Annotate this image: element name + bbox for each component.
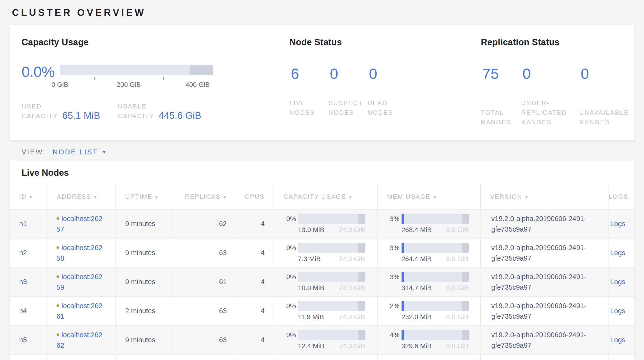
logs-cell: Logs — [608, 267, 634, 296]
memory-used: 268.4 MiB — [402, 226, 432, 234]
column-header-id[interactable]: ID▼ — [10, 184, 47, 209]
column-label: ADDRESS — [57, 193, 91, 200]
sort-arrow-icon: ▼ — [433, 195, 437, 200]
column-label: REPLICAS — [185, 193, 221, 200]
memory-bar-other-segment — [462, 330, 468, 340]
node-address-link[interactable]: localhost:26262 — [56, 331, 102, 349]
capacity-percent: 0% — [281, 331, 296, 339]
stat-label: UNDER-REPLICATED RANGES — [521, 98, 579, 127]
column-header-capacity-usage[interactable]: CAPACITY USAGE▼ — [274, 184, 377, 209]
capacity-usage-cell: 0% 7.3 MiB 74.3 GiB — [274, 238, 377, 267]
table-row: n1 localhost:26257 9 minutes 62 4 0% 13.… — [10, 209, 634, 238]
node-version: v19.2.0-alpha.20190606-2491-gfe735c9a97 — [480, 325, 608, 354]
node-address-link[interactable]: localhost:26261 — [56, 302, 102, 320]
column-header-logs: LOGS — [608, 184, 634, 209]
column-header-uptime[interactable]: UPTIME▼ — [116, 184, 172, 209]
column-label: CPUS — [245, 193, 264, 200]
capacity-total: 74.3 GiB — [339, 313, 365, 321]
logs-cell: Logs — [608, 238, 634, 267]
node-id: n4 — [10, 296, 47, 325]
node-id: n5 — [10, 325, 47, 354]
stat-value: 445.6 GiB — [158, 110, 201, 121]
node-replicas: 63 — [172, 325, 236, 354]
live-nodes-count: 6 — [290, 65, 328, 90]
memory-bar-fill — [402, 330, 404, 340]
table-row: n3 localhost:26259 9 minutes 61 4 0% 10.… — [10, 267, 634, 296]
node-replicas: 62 — [172, 209, 236, 238]
logs-cell: Logs — [608, 296, 634, 325]
node-address-link[interactable]: localhost:26258 — [56, 244, 102, 262]
logs-link[interactable]: Logs — [610, 336, 625, 344]
memory-mini-bar — [402, 330, 468, 340]
total-ranges-count: 75 — [481, 65, 521, 90]
column-header-mem-usage[interactable]: MEM USAGE▼ — [377, 184, 480, 209]
live-status-dot-icon — [56, 246, 59, 249]
node-uptime: 2 minutes — [116, 296, 172, 325]
stat-label: SUSPECT NODES — [328, 98, 368, 117]
used-capacity-stat: USED CAPACITY 65.1 MiB — [22, 102, 118, 121]
memory-mini-bar — [402, 272, 468, 282]
live-nodes-title: Live Nodes — [10, 160, 634, 184]
view-dropdown[interactable]: NODE LIST ▼ — [53, 148, 106, 156]
memory-bar-other-segment — [462, 272, 468, 282]
node-version: v19.2.0-alpha.20190606-2491-gfe735c9a97 — [480, 296, 608, 325]
memory-percent: 3% — [385, 215, 400, 223]
column-header-version[interactable]: VERSION▼ — [480, 184, 608, 209]
memory-percent: 4% — [385, 331, 400, 339]
node-replicas: 61 — [172, 267, 236, 296]
logs-link[interactable]: Logs — [610, 278, 625, 286]
capacity-mini-bar — [298, 214, 365, 224]
column-header-address[interactable]: ADDRESS▼ — [47, 184, 116, 209]
column-header-replicas[interactable]: REPLICAS▼ — [172, 184, 236, 209]
capacity-mini-bar — [298, 243, 365, 253]
live-status-dot-icon — [56, 333, 59, 336]
mem-usage-cell: 4% 329.6 MiB 8.0 GiB — [377, 325, 480, 354]
stat-label: DEAD NODES — [368, 98, 406, 117]
memory-total: 8.0 GiB — [446, 226, 468, 234]
live-status-dot-icon — [56, 217, 59, 220]
node-address-cell: localhost:26259 — [47, 267, 116, 296]
column-label: LOGS — [609, 193, 628, 200]
logs-link[interactable]: Logs — [610, 307, 625, 315]
stat-value: 65.1 MiB — [62, 110, 100, 121]
stat-label: USABLE CAPACITY — [118, 102, 158, 121]
capacity-total: 74.3 GiB — [339, 255, 365, 263]
node-uptime: 9 minutes — [116, 267, 172, 296]
memory-bar-other-segment — [462, 301, 468, 311]
capacity-percent: 0% — [281, 302, 296, 310]
node-status-title: Node Status — [290, 37, 481, 47]
memory-percent: 3% — [385, 244, 400, 252]
capacity-bar-other-segment — [358, 214, 365, 224]
memory-bar-other-segment — [462, 243, 468, 253]
node-address-link[interactable]: localhost:26257 — [56, 215, 102, 233]
logs-link[interactable]: Logs — [610, 220, 625, 228]
stat-label: LIVE NODES — [290, 98, 328, 117]
memory-used: 232.0 MiB — [402, 313, 432, 321]
node-cpus: 4 — [236, 296, 274, 325]
capacity-usage-cell: 0% 10.0 MiB 74.3 GiB — [274, 267, 377, 296]
capacity-usage-cell: 0% 12.4 MiB 74.3 GiB — [274, 325, 377, 354]
memory-percent: 2% — [385, 302, 400, 310]
memory-bar-fill — [402, 301, 404, 311]
view-label: VIEW: — [22, 148, 46, 156]
memory-total: 8.0 GiB — [446, 313, 468, 321]
memory-percent: 3% — [385, 273, 400, 281]
memory-used: 264.4 MiB — [402, 255, 432, 263]
memory-total: 8.0 GiB — [446, 255, 468, 263]
capacity-mini-bar — [298, 272, 365, 282]
column-label: VERSION — [490, 193, 522, 200]
live-nodes-table: ID▼ADDRESS▼UPTIME▼REPLICAS▼CPUSCAPACITY … — [10, 184, 634, 360]
memory-total: 8.0 GiB — [446, 342, 468, 350]
capacity-usage-cell: 0% 13.0 MiB 74.3 GiB — [274, 209, 377, 238]
logs-link[interactable]: Logs — [610, 249, 625, 257]
dead-nodes-count: 0 — [368, 65, 406, 90]
axis-tick — [129, 77, 129, 80]
node-version: v19.2.0-alpha.20190606-2491-gfe735c9a97 — [480, 267, 608, 296]
node-address-link[interactable]: localhost:26259 — [56, 273, 102, 291]
node-uptime: 9 minutes — [116, 238, 172, 267]
capacity-used: 10.0 MiB — [298, 284, 325, 292]
capacity-usage-bar — [60, 65, 213, 75]
node-cpus: 4 — [236, 267, 274, 296]
memory-mini-bar — [402, 243, 468, 253]
axis-tick — [198, 77, 198, 80]
